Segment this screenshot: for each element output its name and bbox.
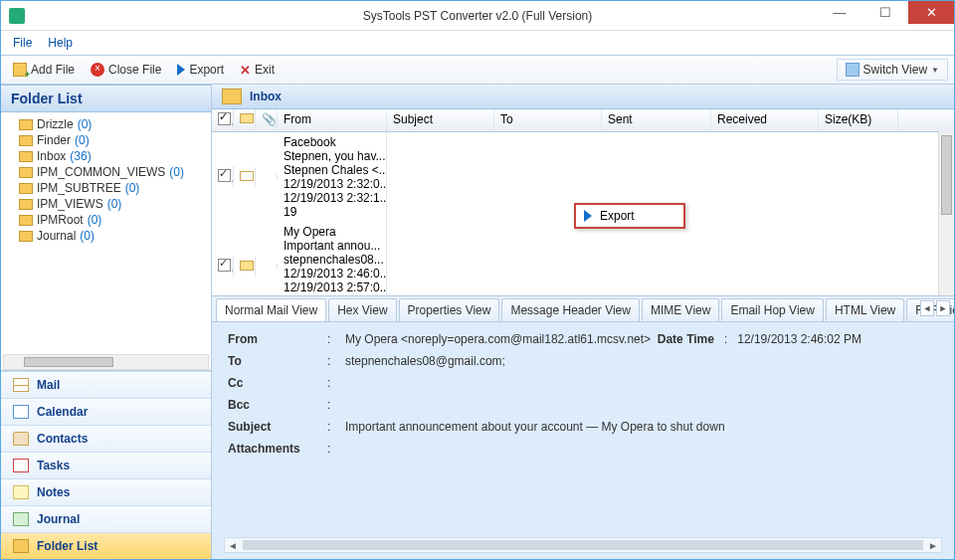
tree-h-scrollbar[interactable]: [3, 354, 209, 370]
nav-item-folder-list[interactable]: Folder List: [1, 532, 211, 559]
detail-cc-label: Cc: [228, 376, 327, 390]
tab-scroll-left[interactable]: ◄: [920, 300, 934, 316]
nav-list: MailCalendarContactsTasksNotesJournalFol…: [1, 371, 211, 559]
folder-tree[interactable]: Drizzle (0)Finder (0)Inbox (36)IPM_COMMO…: [1, 112, 211, 371]
titlebar: SysTools PST Converter v2.0 (Full Versio…: [1, 1, 954, 31]
exit-icon: ✕: [240, 63, 251, 78]
tab-mime-view[interactable]: MIME View: [642, 298, 719, 321]
col-subject[interactable]: Subject: [387, 109, 494, 131]
switch-view-button[interactable]: Switch View ▼: [837, 59, 948, 81]
close-button[interactable]: ✕: [908, 1, 954, 24]
detail-to-label: To: [228, 354, 327, 368]
mail-icon: [13, 378, 29, 392]
menu-help[interactable]: Help: [48, 36, 73, 50]
folder-icon: [19, 135, 33, 146]
tab-hex-view[interactable]: Hex View: [328, 298, 396, 321]
window-title: SysTools PST Converter v2.0 (Full Versio…: [363, 9, 593, 23]
nav-item-contacts[interactable]: Contacts: [1, 425, 211, 452]
tree-item[interactable]: IPM_VIEWS (0): [3, 196, 209, 212]
folder-icon: [19, 151, 33, 162]
context-export[interactable]: Export: [576, 205, 683, 227]
view-tabs: Normal Mail ViewHex ViewProperties ViewM…: [212, 296, 954, 322]
folder-icon: [19, 231, 33, 242]
nav-item-mail[interactable]: Mail: [1, 371, 211, 398]
detail-from-label: From: [228, 332, 327, 346]
tree-item[interactable]: IPM_SUBTREE (0): [3, 180, 209, 196]
detail-subject-value: Important announcement about your accoun…: [345, 420, 938, 434]
col-sent[interactable]: Sent: [602, 109, 711, 131]
envelope-icon: [240, 261, 254, 271]
contacts-icon: [13, 432, 29, 446]
close-file-button[interactable]: ×Close File: [85, 61, 167, 79]
close-icon: ×: [91, 63, 104, 77]
tree-item[interactable]: IPMRoot (0): [3, 212, 209, 228]
folder-icon: [19, 119, 33, 130]
mail-row[interactable]: My Opera Important annou...stepnenchales…: [212, 222, 954, 296]
nav-item-journal[interactable]: Journal: [1, 505, 211, 532]
context-menu: Export: [574, 203, 685, 229]
col-envelope[interactable]: [234, 109, 256, 131]
col-checkbox[interactable]: ✓: [212, 109, 234, 131]
tree-item[interactable]: Drizzle (0): [3, 116, 209, 132]
envelope-icon: [240, 171, 254, 181]
tree-item[interactable]: Finder (0): [3, 132, 209, 148]
left-panel: Folder List Drizzle (0)Finder (0)Inbox (…: [1, 85, 212, 559]
inbox-title: Inbox: [250, 90, 282, 103]
tab-scroll-right[interactable]: ►: [936, 300, 950, 316]
detail-subject-label: Subject: [228, 420, 327, 434]
calendar-icon: [13, 405, 29, 419]
detail-bcc-value: [345, 398, 938, 412]
col-to[interactable]: To: [494, 109, 602, 131]
add-file-button[interactable]: Add File: [7, 61, 81, 79]
play-icon: [177, 64, 185, 76]
folder list-icon: [13, 539, 29, 553]
col-size[interactable]: Size(KB): [819, 109, 898, 131]
detail-attachments-label: Attachments: [228, 442, 327, 456]
folder-add-icon: [13, 63, 27, 77]
detail-h-scrollbar[interactable]: ◄►: [224, 537, 942, 553]
nav-item-calendar[interactable]: Calendar: [1, 398, 211, 425]
play-icon: [584, 210, 592, 222]
folder-icon: [19, 199, 33, 210]
tab-html-view[interactable]: HTML View: [826, 298, 904, 321]
tree-item[interactable]: IPM_COMMON_VIEWS (0): [3, 164, 209, 180]
right-panel: Inbox ✓ 📎 From Subject To Sent Received …: [212, 85, 954, 559]
app-icon: [9, 8, 25, 24]
paperclip-icon: 📎: [262, 112, 278, 126]
inbox-header: Inbox: [212, 85, 954, 109]
maximize-button[interactable]: ☐: [862, 1, 908, 24]
menu-file[interactable]: File: [13, 36, 32, 50]
folder-icon: [19, 183, 33, 194]
notes-icon: [13, 485, 29, 499]
detail-datetime-label: Date Time: [658, 332, 714, 346]
journal-icon: [13, 512, 29, 526]
chevron-down-icon: ▼: [931, 66, 939, 75]
export-button[interactable]: Export: [171, 61, 230, 79]
grid-header: ✓ 📎 From Subject To Sent Received Size(K…: [212, 109, 954, 132]
row-checkbox[interactable]: [218, 259, 231, 272]
tab-normal-mail-view[interactable]: Normal Mail View: [216, 298, 326, 321]
detail-datetime-value: 12/19/2013 2:46:02 PM: [737, 332, 861, 346]
exit-button[interactable]: ✕Exit: [234, 61, 281, 80]
detail-bcc-label: Bcc: [228, 398, 327, 412]
tree-item[interactable]: Journal (0): [3, 228, 209, 244]
nav-item-tasks[interactable]: Tasks: [1, 452, 211, 478]
detail-from-value: My Opera <noreply=opera.com@mail182.atl6…: [345, 332, 651, 346]
tree-item[interactable]: Inbox (36): [3, 148, 209, 164]
detail-to-value: stepnenchales08@gmail.com;: [345, 354, 938, 368]
switch-view-icon: [846, 63, 860, 77]
folder-icon: [222, 89, 242, 104]
menubar: File Help: [1, 31, 954, 55]
col-from[interactable]: From: [278, 109, 387, 131]
nav-item-notes[interactable]: Notes: [1, 478, 211, 505]
col-attachment[interactable]: 📎: [256, 109, 278, 131]
tab-properties-view[interactable]: Properties View: [399, 298, 500, 321]
col-received[interactable]: Received: [711, 109, 819, 131]
tab-email-hop-view[interactable]: Email Hop View: [721, 298, 823, 321]
folder-icon: [19, 167, 33, 178]
grid-v-scrollbar[interactable]: [938, 131, 954, 295]
minimize-button[interactable]: —: [817, 1, 862, 24]
row-checkbox[interactable]: [218, 169, 231, 182]
tasks-icon: [13, 459, 29, 472]
tab-message-header-view[interactable]: Message Header View: [501, 298, 640, 321]
